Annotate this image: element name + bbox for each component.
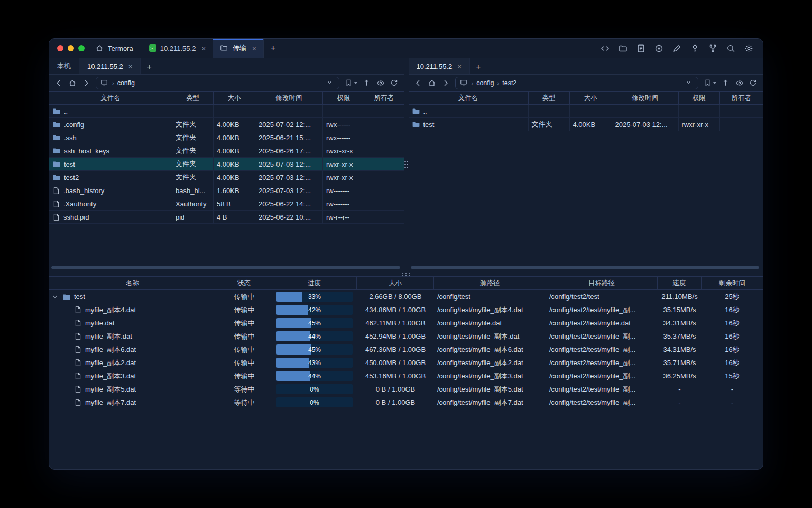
column-header-目标路径[interactable]: 目标路径	[546, 277, 658, 289]
file-row[interactable]: ..	[409, 105, 763, 118]
column-header-文件名[interactable]: 文件名	[409, 92, 529, 104]
column-header-状态[interactable]: 状态	[216, 277, 272, 289]
file-row[interactable]: .config文件夹4.00KB2025-07-02 12:...rwx----…	[49, 118, 404, 131]
file-name-cell: test	[49, 158, 172, 171]
column-header-类型[interactable]: 类型	[529, 92, 570, 104]
tab-remote-host[interactable]: 10.211.55.2 ×	[79, 58, 141, 74]
pane-splitter[interactable]	[404, 58, 409, 271]
code-icon[interactable]	[601, 44, 610, 53]
new-pane-tab-button[interactable]: +	[470, 58, 487, 74]
transfer-status: 传输中	[216, 369, 272, 383]
log-icon[interactable]	[636, 44, 645, 53]
transfer-row[interactable]: myfile_副本6.dat传输中45%467.36MB / 1.00GB/co…	[49, 343, 763, 356]
close-tab-icon[interactable]: ×	[201, 45, 206, 52]
transfer-target-path: /config/test2/test/myfile_副...	[546, 369, 658, 383]
column-header-源路径[interactable]: 源路径	[434, 277, 546, 289]
transfer-progress-cell: 45%	[272, 316, 357, 330]
tab-local[interactable]: 本机	[49, 58, 79, 74]
key-icon[interactable]	[690, 44, 699, 53]
settings-gear-icon[interactable]	[744, 44, 753, 53]
home-icon[interactable]	[68, 79, 77, 87]
path-input[interactable]: ›config	[96, 77, 339, 89]
close-window-button[interactable]	[57, 45, 63, 51]
file-row[interactable]: test2文件夹4.00KB2025-07-03 12:...rwxr-xr-x	[49, 171, 404, 184]
record-icon[interactable]	[654, 44, 663, 53]
column-header-所有者[interactable]: 所有者	[364, 92, 404, 104]
transfers-splitter[interactable]	[49, 271, 763, 276]
column-header-所有者[interactable]: 所有者	[720, 92, 763, 104]
progress-label: 0%	[276, 384, 353, 394]
column-header-修改时间[interactable]: 修改时间	[612, 92, 679, 104]
back-icon[interactable]	[414, 79, 422, 87]
breadcrumb-segment[interactable]: config	[117, 79, 135, 87]
file-row[interactable]: .bash_historybash_hi...1.60KB2025-07-03 …	[49, 184, 404, 197]
forward-icon[interactable]	[441, 79, 450, 87]
app-home-tab[interactable]: Termora	[90, 39, 142, 58]
file-type-cell	[529, 105, 570, 118]
tab-remote-host[interactable]: 10.211.55.2 ×	[409, 58, 470, 74]
bookmark-button[interactable]	[345, 79, 357, 87]
file-row[interactable]: test文件夹4.00KB2025-07-03 12:...rwxr-xr-x	[49, 158, 404, 171]
column-header-进度[interactable]: 进度	[272, 277, 357, 289]
refresh-icon[interactable]	[390, 79, 399, 87]
refresh-icon[interactable]	[749, 79, 758, 87]
column-header-文件名[interactable]: 文件名	[49, 92, 172, 104]
transfer-row[interactable]: myfile_副本4.dat传输中42%434.86MB / 1.00GB/co…	[49, 303, 763, 316]
file-row[interactable]: ..	[49, 105, 404, 118]
transfer-row[interactable]: myfile.dat传输中45%462.11MB / 1.00GB/config…	[49, 316, 763, 330]
file-row[interactable]: .XauthorityXauthority58 B2025-06-22 14:.…	[49, 197, 404, 211]
column-header-剩余时间[interactable]: 剩余时间	[702, 277, 763, 289]
transfer-row[interactable]: myfile_副本2.dat传输中43%450.00MB / 1.00GB/co…	[49, 356, 763, 369]
file-row[interactable]: test文件夹4.00KB2025-07-03 12:...rwxr-xr-x	[409, 118, 763, 131]
close-tab-icon[interactable]: ×	[252, 45, 256, 52]
column-header-大小[interactable]: 大小	[570, 92, 612, 104]
breadcrumb-segment[interactable]: test2	[502, 79, 516, 87]
home-icon[interactable]	[428, 79, 436, 87]
column-header-修改时间[interactable]: 修改时间	[255, 92, 323, 104]
column-header-名称[interactable]: 名称	[49, 277, 216, 289]
file-row[interactable]: sshd.pidpid4 B2025-06-22 10:...rw-r--r--	[49, 211, 404, 224]
chevron-down-icon[interactable]	[326, 79, 335, 87]
column-header-速度[interactable]: 速度	[658, 277, 702, 289]
back-icon[interactable]	[54, 79, 63, 87]
edit-icon[interactable]	[672, 44, 681, 53]
breadcrumb-separator: ›	[472, 80, 474, 86]
tab-session[interactable]: >_ 10.211.55.2 ×	[142, 39, 213, 58]
show-hidden-eye-icon[interactable]	[735, 79, 744, 87]
horizontal-scrollbar[interactable]	[51, 266, 400, 269]
file-row[interactable]: .ssh文件夹4.00KB2025-06-21 15:...rwx------	[49, 131, 404, 144]
transfer-row[interactable]: myfile_副本3.dat传输中44%453.16MB / 1.00GB/co…	[49, 369, 763, 383]
git-branch-icon[interactable]	[708, 44, 717, 53]
transfer-row[interactable]: myfile_副本.dat传输中44%452.94MB / 1.00GB/con…	[49, 330, 763, 343]
column-header-权限[interactable]: 权限	[679, 92, 720, 104]
new-tab-button[interactable]: +	[264, 39, 283, 58]
transfer-row[interactable]: test传输中33%2.66GB / 8.00GB/config/test/co…	[49, 290, 763, 303]
column-header-权限[interactable]: 权限	[323, 92, 364, 104]
show-hidden-eye-icon[interactable]	[376, 79, 385, 87]
path-input[interactable]: ›config›test2	[455, 77, 699, 89]
tab-transfer[interactable]: 传输 ×	[213, 39, 264, 58]
transfer-row[interactable]: myfile_副本5.dat等待中0%0 B / 1.00GB/config/t…	[49, 383, 763, 396]
chevron-down-icon[interactable]	[685, 79, 694, 87]
column-header-大小[interactable]: 大小	[214, 92, 255, 104]
parent-directory-icon[interactable]	[722, 79, 730, 87]
breadcrumb-segment[interactable]: config	[476, 79, 494, 87]
transfer-row[interactable]: myfile_副本7.dat等待中0%0 B / 1.00GB/config/t…	[49, 396, 763, 409]
bookmark-button[interactable]	[704, 79, 716, 87]
folder-icon[interactable]	[619, 44, 628, 53]
minimize-window-button[interactable]	[68, 45, 74, 51]
horizontal-scrollbar[interactable]	[411, 266, 760, 269]
new-pane-tab-button[interactable]: +	[141, 58, 158, 74]
column-header-类型[interactable]: 类型	[172, 92, 214, 104]
close-tab-icon[interactable]: ×	[128, 63, 133, 70]
close-tab-icon[interactable]: ×	[457, 63, 462, 70]
file-size-cell: 4 B	[214, 211, 255, 224]
zoom-window-button[interactable]	[78, 45, 85, 51]
file-row[interactable]: ssh_host_keys文件夹4.00KB2025-06-26 17:...r…	[49, 144, 404, 158]
expand-chevron-icon[interactable]	[52, 294, 59, 300]
progress-bar: 45%	[276, 344, 353, 355]
parent-directory-icon[interactable]	[363, 79, 371, 87]
search-icon[interactable]	[726, 44, 735, 53]
forward-icon[interactable]	[82, 79, 90, 87]
column-header-大小[interactable]: 大小	[357, 277, 434, 289]
